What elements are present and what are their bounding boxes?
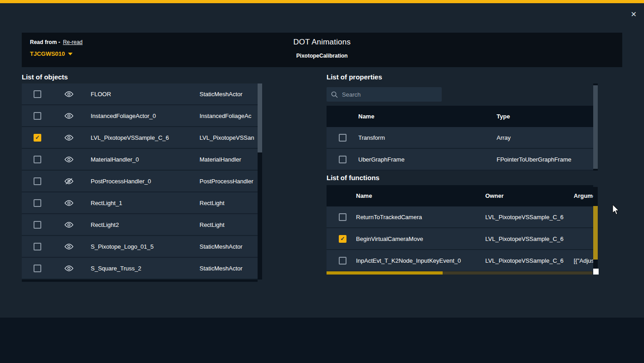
property-row[interactable]: UberGraphFrameFPointerToUberGraphFrame (327, 149, 593, 171)
object-checkbox[interactable] (34, 265, 41, 272)
object-name: PostProcessHandler_0 (91, 178, 200, 185)
objects-scrollbar[interactable] (258, 83, 262, 280)
object-row[interactable]: S_Square_Truss_2StaticMeshActor (22, 258, 258, 280)
column-header-type: Type (497, 113, 510, 120)
object-row[interactable]: PostProcessHandler_0PostProcessHandler (22, 171, 258, 192)
object-name: RectLight2 (91, 221, 200, 228)
object-row[interactable]: S_Pixotope_Logo_01_5StaticMeshActor (22, 236, 258, 258)
visibility-icon[interactable] (64, 134, 74, 141)
function-checkbox[interactable]: ✓ (339, 235, 346, 243)
object-name: S_Square_Truss_2 (91, 265, 200, 272)
properties-table-body: TransformArrayUberGraphFrameFPointerToUb… (327, 127, 593, 171)
objects-table-body: FLOORStaticMeshActorInstancedFoliageActo… (22, 83, 258, 280)
dialog-subtitle: PixotopeCalibration (22, 53, 622, 59)
functions-panel-title: List of functions (327, 174, 380, 182)
function-name: BeginVirtualCameraMove (356, 235, 485, 242)
visibility-icon[interactable] (64, 243, 74, 250)
column-header-owner: Owner (485, 192, 574, 199)
object-checkbox[interactable] (34, 221, 41, 229)
object-checkbox[interactable] (34, 112, 41, 120)
column-header-arguments: Arguments (574, 192, 593, 199)
object-row[interactable]: ✓LVL_PixotopeVSSample_C_6LVL_PixotopeVSS… (22, 127, 258, 149)
properties-scrollbar[interactable] (593, 83, 598, 171)
object-row[interactable]: FLOORStaticMeshActor (22, 83, 258, 105)
property-name: UberGraphFrame (358, 156, 497, 163)
object-row[interactable]: RectLight2RectLight (22, 214, 258, 236)
column-header-name: Name (358, 113, 497, 120)
object-type: PostProcessHandler (200, 178, 258, 185)
close-icon[interactable]: ✕ (631, 11, 637, 18)
object-type: RectLight (200, 200, 258, 206)
object-type: MaterialHandler (200, 156, 258, 163)
function-owner: LVL_PixotopeVSSample_C_6 (485, 235, 574, 242)
function-checkbox[interactable] (339, 213, 346, 221)
property-type: Array (497, 134, 593, 141)
column-header-name: Name (356, 192, 485, 199)
object-checkbox[interactable] (34, 156, 41, 163)
object-checkbox[interactable] (34, 177, 41, 185)
properties-table: Name Type TransformArrayUberGraphFrameFP… (327, 106, 593, 171)
scrollbar-corner (593, 269, 599, 275)
properties-table-header: Name Type (327, 106, 593, 127)
visibility-icon[interactable] (64, 221, 74, 228)
object-checkbox[interactable]: ✓ (34, 134, 41, 142)
visibility-icon[interactable] (64, 91, 74, 98)
property-name: Transform (358, 134, 497, 141)
object-type: StaticMeshActor (200, 265, 258, 272)
visibility-icon[interactable] (64, 265, 74, 272)
object-checkbox[interactable] (34, 243, 41, 250)
object-name: S_Pixotope_Logo_01_5 (91, 243, 200, 250)
property-checkbox[interactable] (339, 156, 346, 163)
dialog-header: Read from -Re-read TJCGWS010 DOT Animati… (22, 33, 622, 67)
property-type: FPointerToUberGraphFrame (497, 156, 593, 163)
object-name: InstancedFoliageActor_0 (91, 113, 200, 119)
visibility-icon[interactable] (64, 113, 74, 119)
object-name: RectLight_1 (91, 200, 200, 206)
dialog-footer: Cancel Select (0, 318, 644, 363)
function-row[interactable]: InpActEvt_T_K2Node_InputKeyEvent_0LVL_Pi… (327, 250, 593, 272)
function-owner: LVL_PixotopeVSSample_C_6 (485, 257, 574, 264)
visibility-off-icon[interactable] (64, 178, 74, 185)
object-name: FLOOR (91, 91, 200, 98)
functions-table: Name Owner Arguments ReturnToTrackedCame… (327, 185, 593, 272)
object-type: InstancedFoliageAc (200, 113, 258, 119)
objects-horizontal-scrollbar[interactable] (22, 280, 258, 282)
mouse-cursor (612, 204, 620, 215)
object-row[interactable]: MaterialHandler_0MaterialHandler (22, 149, 258, 171)
object-type: RectLight (200, 221, 258, 228)
function-row[interactable]: ReturnToTrackedCameraLVL_PixotopeVSSampl… (327, 206, 593, 228)
visibility-icon[interactable] (64, 156, 74, 163)
visibility-icon[interactable] (64, 200, 74, 206)
functions-table-header: Name Owner Arguments (327, 185, 593, 206)
functions-vertical-scrollbar[interactable] (593, 187, 598, 269)
top-accent-bar (0, 0, 644, 3)
properties-search[interactable] (327, 87, 442, 102)
functions-horizontal-scrollbar[interactable] (327, 271, 592, 275)
object-name: LVL_PixotopeVSSample_C_6 (91, 134, 200, 141)
objects-panel-title: List of objects (22, 73, 68, 81)
search-icon (331, 91, 338, 98)
properties-panel-title: List of properties (327, 73, 382, 81)
function-name: ReturnToTrackedCamera (356, 214, 485, 221)
function-arguments: [{"Adjus (574, 257, 593, 264)
object-row[interactable]: InstancedFoliageActor_0InstancedFoliageA… (22, 105, 258, 127)
function-owner: LVL_PixotopeVSSample_C_6 (485, 214, 574, 221)
property-checkbox[interactable] (339, 134, 346, 142)
function-row[interactable]: ✓BeginVirtualCameraMoveLVL_PixotopeVSSam… (327, 228, 593, 250)
property-row[interactable]: TransformArray (327, 127, 593, 149)
objects-table: FLOORStaticMeshActorInstancedFoliageActo… (22, 83, 258, 280)
object-type: StaticMeshActor (200, 243, 258, 250)
object-checkbox[interactable] (34, 199, 41, 207)
object-name: MaterialHandler_0 (91, 156, 200, 163)
functions-table-body: ReturnToTrackedCameraLVL_PixotopeVSSampl… (327, 206, 593, 272)
object-type: StaticMeshActor (200, 91, 258, 98)
function-checkbox[interactable] (339, 257, 346, 265)
object-row[interactable]: RectLight_1RectLight (22, 192, 258, 214)
dialog-title: DOT Animations (22, 38, 622, 47)
function-name: InpActEvt_T_K2Node_InputKeyEvent_0 (356, 257, 485, 264)
object-type: LVL_PixotopeVSSan (200, 134, 258, 141)
search-input[interactable] (342, 91, 437, 98)
object-checkbox[interactable] (34, 90, 41, 98)
